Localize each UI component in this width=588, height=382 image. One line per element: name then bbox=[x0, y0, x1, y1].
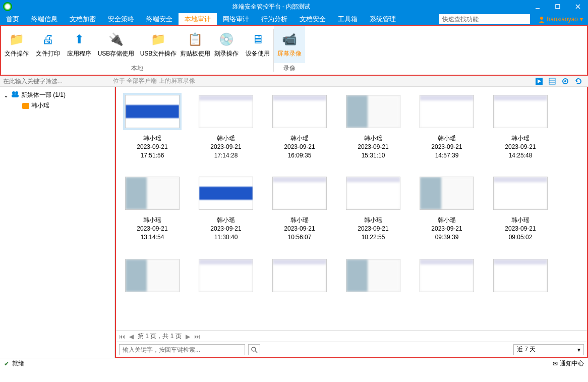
menu-tab[interactable]: 工具箱 bbox=[332, 13, 364, 25]
recording-time: 11:30:40 bbox=[210, 233, 241, 242]
thumbnail bbox=[346, 259, 400, 292]
ribbon-item[interactable]: ⬆应用程序 bbox=[64, 26, 95, 63]
thumbnail bbox=[125, 177, 180, 210]
filterbar: 位于 全部客户端 上的屏幕录像 bbox=[0, 76, 588, 87]
menu-tab[interactable]: 行为分析 bbox=[255, 13, 293, 25]
recording-time: 14:57:39 bbox=[431, 151, 462, 160]
ribbon-item[interactable]: 🖥设备使用 bbox=[242, 26, 273, 63]
pager-text: 第 1 页，共 1 页 bbox=[138, 332, 182, 341]
recording-user: 韩小瑶 bbox=[358, 216, 388, 225]
pager-next[interactable]: ▶ bbox=[186, 333, 190, 340]
menu-tab[interactable]: 终端安全 bbox=[140, 13, 179, 25]
list-view-button[interactable] bbox=[548, 77, 557, 86]
close-button[interactable] bbox=[568, 0, 588, 13]
recording-card[interactable]: 韩小瑶2023-09-2117:51:56 bbox=[123, 93, 182, 159]
pager-first[interactable]: ⏮ bbox=[119, 333, 125, 340]
ribbon-item[interactable]: 📋剪贴板使用 bbox=[180, 26, 211, 63]
recording-card[interactable]: 韩小瑶2023-09-2109:39:39 bbox=[418, 175, 476, 241]
minimize-button[interactable] bbox=[527, 0, 548, 13]
refresh-button[interactable] bbox=[574, 77, 583, 86]
ribbon-icon: 💿 bbox=[218, 31, 234, 47]
recording-card[interactable]: 韩小瑶2023-09-2113:14:54 bbox=[123, 175, 182, 241]
tree-group[interactable]: ⌄ 新媒体一部 (1/1) bbox=[0, 90, 114, 100]
recording-time: 10:22:55 bbox=[358, 233, 388, 242]
ribbon-icon: 🔌 bbox=[108, 31, 124, 47]
recording-card[interactable]: 韩小瑶2023-09-2110:56:07 bbox=[270, 175, 329, 241]
recording-card[interactable]: 韩小瑶2023-09-2117:14:28 bbox=[197, 93, 255, 159]
menu-tab[interactable]: 网络审计 bbox=[217, 13, 255, 25]
tree-leaf-label: 韩小瑶 bbox=[31, 101, 49, 110]
chevron-down-icon: ⌄ bbox=[3, 92, 9, 99]
recording-date: 2023-09-21 bbox=[284, 143, 315, 151]
keyword-search-input[interactable] bbox=[119, 344, 245, 355]
filter-input[interactable] bbox=[0, 78, 111, 85]
ribbon-icon: ⬆ bbox=[71, 31, 87, 47]
ribbon-item[interactable]: 💿刻录操作 bbox=[211, 26, 242, 63]
menu-tab[interactable]: 终端信息 bbox=[25, 13, 64, 25]
ribbon-item[interactable]: 🖨文件打印 bbox=[32, 26, 64, 63]
ribbon-item[interactable]: 📁文件操作 bbox=[1, 26, 32, 63]
ribbon-item[interactable]: 🔌USB存储使用 bbox=[95, 26, 137, 63]
search-button[interactable] bbox=[248, 344, 260, 355]
thumbnail bbox=[199, 95, 253, 128]
svg-marker-12 bbox=[576, 80, 578, 82]
tree-leaf[interactable]: 韩小瑶 bbox=[0, 100, 114, 111]
recording-user: 韩小瑶 bbox=[210, 216, 241, 225]
recording-user: 韩小瑶 bbox=[358, 134, 388, 143]
recording-time: 17:51:56 bbox=[137, 151, 167, 160]
recording-card[interactable]: 韩小瑶2023-09-2110:22:55 bbox=[344, 175, 402, 241]
pager-last[interactable]: ⏭ bbox=[194, 333, 200, 340]
recording-user: 韩小瑶 bbox=[210, 134, 241, 143]
recording-card[interactable]: 韩小瑶2023-09-2114:25:48 bbox=[491, 93, 550, 159]
ribbon-item[interactable]: 📁USB文件操作 bbox=[137, 26, 180, 63]
recording-user: 韩小瑶 bbox=[505, 134, 536, 143]
ribbon-group-label-local: 本地 bbox=[1, 63, 273, 75]
ribbon-icon: 🖨 bbox=[40, 31, 56, 47]
recording-date: 2023-09-21 bbox=[505, 143, 536, 151]
menu-tab[interactable]: 首页 bbox=[0, 13, 25, 25]
svg-point-4 bbox=[540, 17, 543, 20]
group-icon bbox=[11, 91, 19, 99]
notification-center[interactable]: ✉ 通知中心 bbox=[553, 359, 584, 368]
recording-card[interactable] bbox=[344, 257, 402, 294]
recording-card[interactable]: 韩小瑶2023-09-2111:30:40 bbox=[197, 175, 255, 241]
ribbon-group-label-record: 录像 bbox=[274, 63, 305, 75]
thumbnail bbox=[272, 95, 327, 128]
settings-button[interactable] bbox=[561, 77, 570, 86]
menu-tab[interactable]: 文档加密 bbox=[64, 13, 102, 25]
user-icon bbox=[538, 16, 545, 23]
date-range-select[interactable]: 近 7 天 ▾ bbox=[513, 344, 584, 355]
menu-tab[interactable]: 系统管理 bbox=[364, 13, 402, 25]
window-title: 终端安全管控平台 - 内部测试 bbox=[15, 3, 527, 11]
recording-card[interactable] bbox=[270, 257, 329, 294]
menu-tab[interactable]: 安全策略 bbox=[102, 13, 140, 25]
recording-card[interactable]: 韩小瑶2023-09-2109:05:02 bbox=[491, 175, 550, 241]
menu-tab[interactable]: 文档安全 bbox=[293, 13, 332, 25]
recording-card[interactable]: 韩小瑶2023-09-2114:57:39 bbox=[418, 93, 476, 159]
recording-date: 2023-09-21 bbox=[210, 225, 241, 233]
ribbon-item[interactable]: 📹屏幕录像 bbox=[274, 26, 305, 63]
recording-time: 14:25:48 bbox=[505, 151, 536, 160]
user-menu[interactable]: hanxiaoyao ▾ bbox=[533, 13, 588, 25]
recording-card[interactable] bbox=[418, 257, 476, 294]
recording-time: 17:14:28 bbox=[210, 151, 241, 160]
thumbnail bbox=[125, 95, 180, 128]
ribbon-icon: 📁 bbox=[9, 31, 25, 47]
recording-card[interactable]: 韩小瑶2023-09-2115:31:10 bbox=[344, 93, 402, 159]
svg-rect-7 bbox=[549, 78, 555, 84]
menu-tab[interactable]: 本地审计 bbox=[179, 13, 217, 25]
thumbnail bbox=[199, 259, 253, 292]
sidebar-tree: ⌄ 新媒体一部 (1/1) 韩小瑶 bbox=[0, 87, 115, 358]
recording-card[interactable] bbox=[197, 257, 255, 294]
maximize-button[interactable] bbox=[548, 0, 568, 13]
play-button[interactable] bbox=[535, 77, 544, 86]
recording-user: 韩小瑶 bbox=[505, 216, 536, 225]
recordings-grid: 韩小瑶2023-09-2117:51:56韩小瑶2023-09-2117:14:… bbox=[116, 87, 587, 331]
recording-card[interactable]: 韩小瑶2023-09-2116:09:35 bbox=[270, 93, 329, 159]
ribbon-icon: 📁 bbox=[150, 31, 166, 47]
ribbon-icon: 📹 bbox=[281, 31, 298, 47]
pager-prev[interactable]: ◀ bbox=[129, 333, 134, 340]
recording-card[interactable] bbox=[491, 257, 550, 294]
quick-search-input[interactable] bbox=[439, 14, 530, 24]
recording-card[interactable] bbox=[123, 257, 182, 294]
